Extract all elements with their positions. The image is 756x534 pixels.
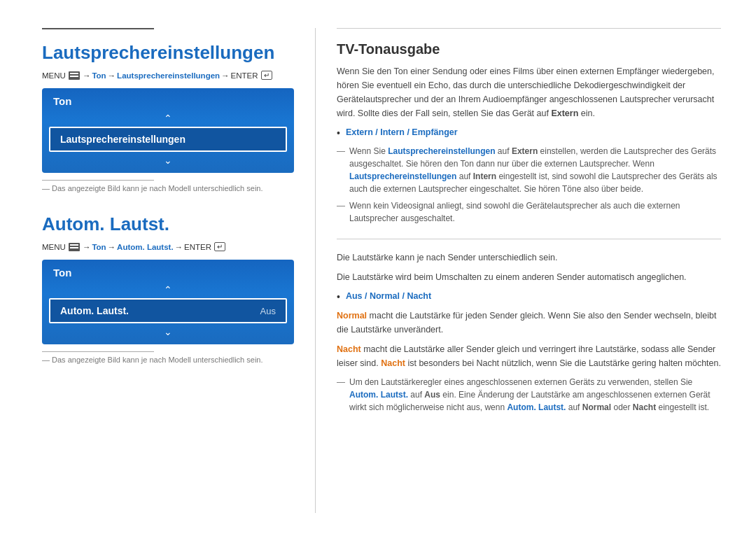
tv-panel-1: Ton ⌃ Lautsprechereinstellungen ⌄	[42, 88, 294, 173]
note-text-3: Um den Lautstärkeregler eines angeschlos…	[349, 376, 721, 414]
tv-panel-1-down: ⌄	[42, 152, 294, 173]
arrow-3: →	[221, 71, 230, 80]
section-autom-lautst: Autom. Lautst. MENU → Ton → Autom. Lauts…	[42, 213, 294, 364]
intern-bold: Intern	[473, 171, 496, 181]
tv-panel-1-up: ⌃	[42, 111, 294, 127]
menu-label: MENU	[42, 71, 66, 80]
tv-panel-2-up: ⌃	[42, 283, 294, 298]
arrow-2: →	[108, 71, 116, 80]
bullet-text-1: Extern / Intern / Empfänger	[346, 126, 458, 139]
lautsp-bold-1: Lautsprechereinstellungen	[388, 146, 495, 156]
bullet-link-1: Extern / Intern / Empfänger	[346, 127, 458, 137]
tv-panel-2-down: ⌄	[42, 323, 294, 344]
right-top-divider	[337, 28, 721, 29]
right-column: TV-Tonausgabe Wenn Sie den Ton einer Sen…	[315, 28, 721, 513]
bullet-item-2: • Aus / Normal / Nacht	[337, 290, 721, 304]
note-line-1: — Wenn Sie Lautsprechereinstellungen auf…	[337, 145, 721, 195]
nacht-bold-3: Nacht	[633, 402, 656, 412]
section-lautsprechereinstellungen: Lautsprechereinstellungen MENU → Ton → L…	[42, 42, 294, 192]
lautsp-bold-2: Lautsprechereinstellungen	[349, 171, 456, 181]
footnote-1: Das angezeigte Bild kann je nach Modell …	[42, 184, 294, 192]
enter-label-2: ENTER	[184, 243, 211, 251]
chevron-down-1: ⌄	[164, 155, 172, 166]
autom-bold-2: Autom. Lautst.	[507, 402, 566, 412]
top-divider	[42, 28, 154, 29]
section-title-2: Autom. Lautst.	[42, 213, 294, 235]
note-text-2: Wenn kein Videosignal anliegt, sind sowo…	[349, 199, 721, 225]
tv-panel-2-item-value: Aus	[260, 306, 276, 316]
enter-icon-1: ↵	[261, 71, 272, 80]
right-para-3: Die Lautstärke wird beim Umschalten zu e…	[337, 270, 721, 284]
right-section-title-1: TV-Tonausgabe	[337, 41, 721, 57]
page: Lautsprechereinstellungen MENU → Ton → L…	[0, 0, 756, 534]
footnote-divider-1	[42, 180, 154, 181]
aus-bold: Aus	[424, 390, 440, 400]
note-dash-2: —	[337, 199, 345, 212]
note-text-1: Wenn Sie Lautsprechereinstellungen auf E…	[349, 145, 721, 195]
menu-path-1: MENU → Ton → Lautsprechereinstellungen →…	[42, 71, 294, 80]
arrow-5: →	[108, 243, 116, 251]
tv-panel-1-item[interactable]: Lautsprechereinstellungen	[49, 127, 287, 152]
bullet-link-2: Aus / Normal / Nacht	[346, 291, 431, 301]
menu-icon-1	[69, 71, 80, 80]
normal-bold: Normal	[337, 311, 367, 321]
arrow-6: →	[175, 243, 183, 251]
nacht-bold-1: Nacht	[337, 344, 361, 354]
menu-ton-1: Ton	[92, 71, 106, 80]
chevron-up-2: ⌃	[164, 284, 172, 295]
note-dash-1: —	[337, 145, 345, 157]
menu-lautsp: Lautsprechereinstellungen	[117, 71, 220, 80]
bullet-text-2: Aus / Normal / Nacht	[346, 290, 431, 303]
enter-label-1: ENTER	[231, 71, 258, 80]
right-divider	[337, 239, 721, 239]
section-title-1: Lautsprechereinstellungen	[42, 42, 294, 64]
menu-path-2: MENU → Ton → Autom. Lautst. → ENTER ↵	[42, 242, 294, 251]
normal-bold-2: Normal	[582, 402, 611, 412]
enter-icon-2: ↵	[214, 242, 225, 251]
note-dash-3: —	[337, 376, 345, 388]
bullet-item-1: • Extern / Intern / Empfänger	[337, 126, 721, 141]
chevron-down-2: ⌄	[164, 326, 172, 337]
tv-panel-2: Ton ⌃ Autom. Lautst. Aus ⌄	[42, 260, 294, 344]
bullet-dot-1: •	[337, 126, 340, 141]
footnote-divider-2	[42, 351, 154, 352]
right-para-4: Normal macht die Lautstärke für jeden Se…	[337, 309, 721, 337]
tv-panel-2-header: Ton	[42, 260, 294, 283]
menu-autom: Autom. Lautst.	[117, 243, 174, 251]
tv-panel-2-item[interactable]: Autom. Lautst. Aus	[49, 298, 287, 323]
right-section-2: Die Lautstärke kann je nach Sender unter…	[337, 251, 721, 414]
note-line-2: — Wenn kein Videosignal anliegt, sind so…	[337, 199, 721, 225]
right-para-2: Die Lautstärke kann je nach Sender unter…	[337, 251, 721, 265]
footnote-2: Das angezeigte Bild kann je nach Modell …	[42, 356, 294, 364]
right-para-5: Nacht macht die Lautstärke aller Sender …	[337, 342, 721, 370]
autom-bold-1: Autom. Lautst.	[349, 390, 408, 400]
tv-panel-1-header: Ton	[42, 88, 294, 111]
menu-label-2: MENU	[42, 243, 66, 251]
right-para-1: Wenn Sie den Ton einer Sendung oder eine…	[337, 64, 721, 120]
note-line-3: — Um den Lautstärkeregler eines angeschl…	[337, 376, 721, 414]
menu-icon-2	[69, 243, 80, 251]
arrow-4: →	[83, 243, 91, 251]
right-section-1: TV-Tonausgabe Wenn Sie den Ton einer Sen…	[337, 41, 721, 225]
left-column: Lautsprechereinstellungen MENU → Ton → L…	[42, 28, 315, 513]
bullet-dot-2: •	[337, 290, 340, 304]
nacht-bold-2: Nacht	[381, 358, 405, 368]
extern-bold: Extern	[551, 108, 578, 118]
menu-ton-2: Ton	[92, 243, 106, 251]
chevron-up-1: ⌃	[164, 113, 172, 124]
extern-bold-2: Extern	[512, 146, 538, 156]
tv-panel-2-item-label: Autom. Lautst.	[60, 305, 129, 316]
arrow-1: →	[83, 71, 91, 80]
